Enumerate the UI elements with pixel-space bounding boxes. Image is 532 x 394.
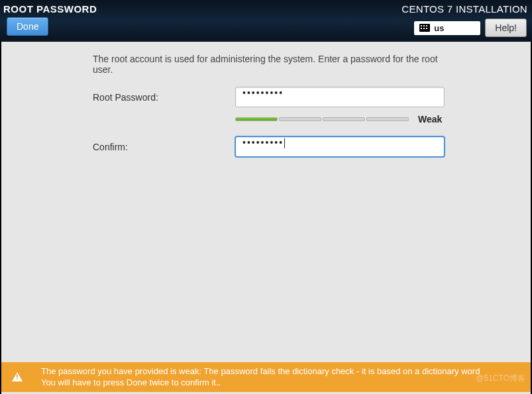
done-button[interactable]: Done [7, 17, 48, 36]
strength-segment-3 [323, 117, 365, 121]
password-strength-meter [235, 117, 409, 121]
warning-icon [12, 372, 23, 381]
help-button[interactable]: Help! [485, 19, 527, 37]
confirm-password-input[interactable]: ••••••••• [235, 136, 445, 157]
text-cursor [284, 138, 285, 148]
confirm-password-row: Confirm: ••••••••• [93, 136, 452, 157]
warning-bar: The password you have provided is weak: … [1, 362, 531, 392]
confirm-password-value: ••••••••• [242, 137, 284, 148]
header-left: ROOT PASSWORD Done [2, 2, 97, 42]
header-right: CENTOS 7 INSTALLATION us Help! [401, 2, 529, 42]
strength-segment-2 [279, 117, 321, 121]
strength-row: Weak [235, 114, 452, 124]
confirm-password-label: Confirm: [93, 142, 235, 152]
main-content: The root account is used for administeri… [0, 42, 532, 157]
root-password-row: Root Password: ••••••••• [93, 87, 452, 107]
left-border [0, 42, 1, 394]
strength-segment-1 [235, 117, 278, 121]
installer-title: CENTOS 7 INSTALLATION [401, 2, 529, 15]
strength-segment-4 [366, 117, 409, 121]
root-password-value: ••••••••• [242, 87, 284, 98]
keyboard-layout-indicator[interactable]: us [414, 21, 480, 35]
root-password-label: Root Password: [93, 92, 235, 103]
strength-label: Weak [418, 114, 442, 124]
root-password-input[interactable]: ••••••••• [235, 87, 445, 107]
header-controls: us Help! [414, 19, 527, 37]
warning-message: The password you have provided is weak: … [41, 366, 492, 389]
header-bar: ROOT PASSWORD Done CENTOS 7 INSTALLATION… [0, 0, 532, 42]
page-title: ROOT PASSWORD [2, 2, 97, 15]
intro-text: The root account is used for administeri… [93, 54, 452, 75]
keyboard-layout-label: us [434, 23, 444, 33]
keyboard-icon [419, 24, 430, 32]
